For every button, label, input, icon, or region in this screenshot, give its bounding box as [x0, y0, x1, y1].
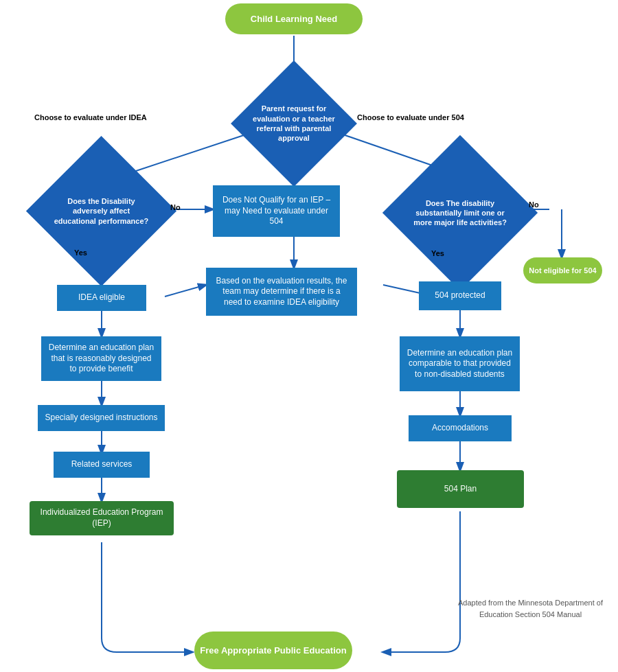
iep-node: Individualized Education Program (IEP) — [30, 501, 174, 535]
based-on-evaluation-node: Based on the evaluation results, the tea… — [206, 268, 357, 316]
related-services-node: Related services — [54, 452, 150, 478]
choose-idea-label: Choose to evaluate under IDEA — [34, 113, 147, 121]
no-504-label: No — [529, 200, 539, 209]
flowchart: Child Learning Need Parent request for e… — [0, 0, 618, 672]
child-learning-need-node: Child Learning Need — [225, 3, 363, 34]
adapted-text: Adapted from the Minnesota Department of… — [443, 597, 618, 620]
specially-designed-node: Specially designed instructions — [38, 405, 165, 431]
yes-504-label: Yes — [431, 249, 444, 257]
determine-plan-idea-node: Determine an education plan that is reas… — [41, 336, 161, 381]
determine-plan-504-node: Determine an education plan comparable t… — [400, 336, 520, 391]
parent-request-node: Parent request for evaluation or a teach… — [249, 79, 339, 168]
fape-node: Free Appropriate Public Education — [194, 632, 352, 669]
not-eligible-504-node: Not eligible for 504 — [523, 257, 602, 283]
idea-eligible-node: IDEA eligible — [57, 285, 146, 311]
does-not-qualify-node: Does Not Qualify for an IEP – may Need t… — [213, 185, 340, 237]
504-plan-node: 504 Plan — [397, 470, 524, 508]
yes-idea-label: Yes — [74, 248, 87, 257]
no-idea-label: No — [170, 203, 181, 211]
504-protected-node: 504 protected — [419, 281, 501, 310]
idea-diamond-node: Does the Disability adversely affect edu… — [48, 158, 154, 264]
svg-line-17 — [165, 285, 206, 297]
choose-504-label: Choose to evaluate under 504 — [357, 113, 464, 121]
accommodations-node: Accomodations — [409, 415, 512, 441]
504-diamond-node: Does The disability substantially limit … — [405, 158, 515, 268]
